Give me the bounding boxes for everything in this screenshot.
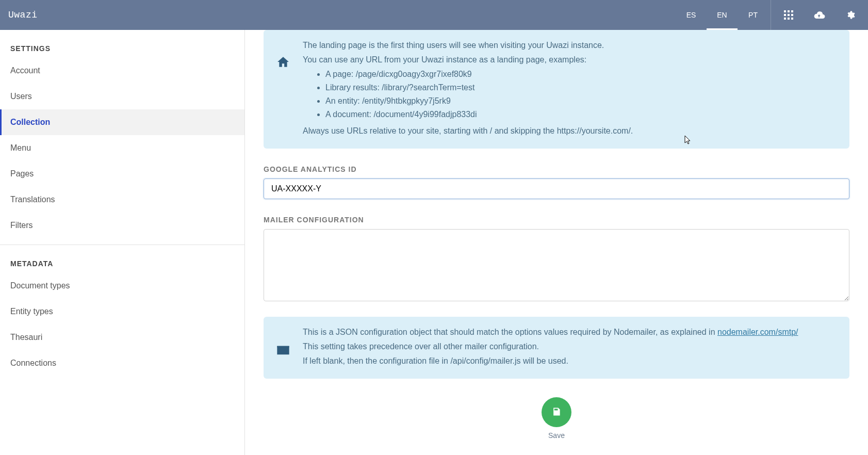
sidebar-item-pages[interactable]: Pages: [0, 161, 244, 187]
brand-logo[interactable]: Uwazi: [8, 10, 38, 20]
landing-info-p1: The landing page is the first thing user…: [303, 39, 633, 52]
gear-icon[interactable]: [835, 0, 866, 30]
sidebar: SETTINGS Account Users Collection Menu P…: [0, 30, 245, 455]
sidebar-item-menu[interactable]: Menu: [0, 135, 244, 161]
landing-page-info-text: The landing page is the first thing user…: [303, 37, 633, 139]
svg-rect-6: [784, 18, 786, 20]
mailer-info-p1: This is a JSON configuration object that…: [303, 328, 717, 336]
mailer-info-text: This is a JSON configuration object that…: [303, 324, 798, 369]
svg-rect-8: [791, 18, 793, 20]
mailer-info-link[interactable]: nodemailer.com/smtp/: [717, 328, 798, 336]
svg-rect-3: [784, 14, 786, 16]
lang-es[interactable]: ES: [676, 0, 707, 30]
envelope-icon: [276, 345, 290, 358]
save-button[interactable]: [542, 397, 571, 427]
google-analytics-input[interactable]: [264, 178, 849, 199]
sidebar-item-entity-types[interactable]: Entity types: [0, 299, 244, 324]
mailer-config-label: MAILER CONFIGURATION: [264, 216, 849, 224]
sidebar-item-filters[interactable]: Filters: [0, 213, 244, 238]
svg-rect-4: [788, 14, 790, 16]
lang-en[interactable]: EN: [707, 0, 738, 30]
sidebar-item-users[interactable]: Users: [0, 84, 244, 109]
landing-info-p3: Always use URLs relative to your site, s…: [303, 125, 633, 137]
save-label: Save: [548, 431, 565, 440]
landing-example-entity: An entity: /entity/9htbkgpkyy7j5rk9: [325, 95, 633, 107]
mailer-info-p3: If left blank, then the configuration fi…: [303, 355, 798, 367]
svg-rect-5: [791, 14, 793, 16]
save-wrap: Save: [264, 397, 849, 440]
landing-example-library: Library results: /library/?searchTerm=te…: [325, 82, 633, 94]
sidebar-item-translations[interactable]: Translations: [0, 187, 244, 213]
layout: SETTINGS Account Users Collection Menu P…: [0, 30, 868, 455]
mailer-info-box: This is a JSON configuration object that…: [264, 317, 849, 379]
nav-divider: [771, 0, 771, 30]
cloud-upload-icon[interactable]: [804, 0, 835, 30]
sidebar-item-connections[interactable]: Connections: [0, 350, 244, 376]
save-disk-icon: [551, 407, 562, 418]
sidebar-item-document-types[interactable]: Document types: [0, 273, 244, 299]
landing-page-info-box: The landing page is the first thing user…: [264, 30, 849, 149]
main-content: The landing page is the first thing user…: [245, 30, 868, 455]
sidebar-section-settings: SETTINGS: [0, 30, 244, 58]
nav-right: ES EN PT: [676, 0, 866, 30]
svg-rect-7: [788, 18, 790, 20]
sidebar-item-collection[interactable]: Collection: [0, 109, 244, 135]
sidebar-section-metadata: METADATA: [0, 245, 244, 273]
grid-icon[interactable]: [773, 0, 804, 30]
google-analytics-label: GOOGLE ANALYTICS ID: [264, 165, 849, 173]
svg-rect-1: [788, 10, 790, 12]
landing-example-document: A document: /document/4y9i99fadjp833di: [325, 108, 633, 121]
topbar: Uwazi ES EN PT: [0, 0, 868, 30]
landing-info-p2: You can use any URL from your Uwazi inst…: [303, 54, 633, 66]
home-icon: [276, 56, 290, 70]
mailer-info-p2: This setting takes precedence over all o…: [303, 340, 798, 353]
mailer-info-p1-wrap: This is a JSON configuration object that…: [303, 326, 798, 338]
svg-rect-2: [791, 10, 793, 12]
svg-rect-0: [784, 10, 786, 12]
mailer-config-textarea[interactable]: [264, 229, 849, 301]
lang-pt[interactable]: PT: [738, 0, 768, 30]
sidebar-item-account[interactable]: Account: [0, 58, 244, 84]
sidebar-item-thesauri[interactable]: Thesauri: [0, 324, 244, 350]
landing-example-page: A page: /page/dicxg0oagy3xgr7ixef80k9: [325, 68, 633, 80]
